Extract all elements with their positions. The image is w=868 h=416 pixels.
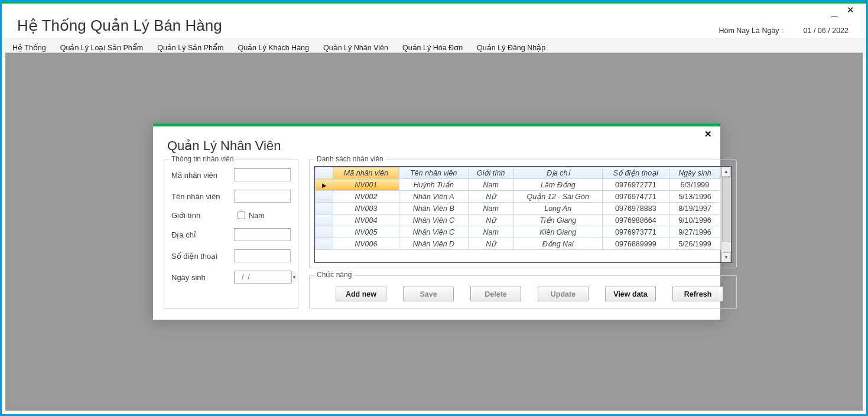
label-ngay-sinh: Ngày sinh <box>171 273 234 282</box>
input-dia-chi[interactable] <box>234 228 291 241</box>
table-row[interactable]: ▶NV001Huỳnh TuấnNamLâm Đồng09769727716/3… <box>316 179 721 191</box>
groupbox-func-title: Chức năng <box>314 271 354 279</box>
save-button[interactable]: Save <box>403 287 454 301</box>
datepicker-ngay-sinh-field[interactable] <box>235 271 291 284</box>
label-dia-chi: Địa chỉ <box>171 230 234 239</box>
grid-scrollbar[interactable]: ▲ ▼ <box>721 167 731 262</box>
refresh-button[interactable]: Refresh <box>672 287 723 301</box>
employee-child-window: ✕ Quản Lý Nhân Viên Thông tin nhân viên … <box>153 124 720 320</box>
col-so-dien-thoai[interactable]: Số điện thoại <box>602 167 669 179</box>
scroll-down-icon[interactable]: ▼ <box>721 252 731 262</box>
close-button[interactable]: ✕ <box>842 5 859 15</box>
main-window: _ ✕ Hệ Thống Quản Lý Bán Hàng Hôm Nay Là… <box>0 0 868 416</box>
checkbox-gioi-tinh-label: Nam <box>249 212 264 220</box>
checkbox-gioi-tinh[interactable] <box>238 212 245 219</box>
table-row[interactable]: ▶NV004Nhân Viên CNữTiền Giang09769886649… <box>316 214 721 226</box>
add-new-button[interactable]: Add new <box>336 287 386 301</box>
table-row[interactable]: ▶NV006Nhân Viên DNữĐồng Nai09768899995/2… <box>316 238 721 250</box>
table-row[interactable]: ▶NV003Nhân Viên BNamLong An09769788838/1… <box>316 203 721 214</box>
mdi-client-area: ✕ Quản Lý Nhân Viên Thông tin nhân viên … <box>5 53 863 411</box>
table-row[interactable]: ▶NV005Nhân Viên CNamKiên Giang0976973771… <box>316 226 721 238</box>
groupbox-info: Thông tin nhân viên Mã nhân viên Tên nhâ… <box>164 160 298 309</box>
groupbox-list-title: Danh sách nhân viên <box>314 155 386 163</box>
today-label: Hôm Nay Là Ngày : <box>719 27 783 35</box>
col-ma-nhan-vien[interactable]: Mã nhân viên <box>333 167 399 179</box>
delete-button[interactable]: Delete <box>470 287 521 301</box>
groupbox-list: Danh sách nhân viên Mã nhân viên Tên nhâ… <box>309 160 737 268</box>
input-ten-nhan-vien[interactable] <box>234 190 291 203</box>
header-area: Hệ Thống Quản Lý Bán Hàng Hôm Nay Là Ngà… <box>2 17 866 38</box>
input-so-dien-thoai[interactable] <box>234 249 291 262</box>
today-value: 01 / 06 / 2022 <box>804 27 849 35</box>
input-ma-nhan-vien[interactable] <box>234 168 291 181</box>
label-gioi-tinh: Giới tính <box>171 211 238 220</box>
menu-khach-hang[interactable]: Quản Lý Khách Hàng <box>230 41 316 54</box>
child-window-title: Quản Lý Nhân Viên <box>153 138 720 160</box>
child-close-button[interactable]: ✕ <box>702 129 714 139</box>
col-gioi-tinh[interactable]: Giới tính <box>468 167 513 179</box>
col-ngay-sinh[interactable]: Ngày sinh <box>669 167 720 179</box>
app-title: Hệ Thống Quản Lý Bán Hàng <box>17 17 719 35</box>
menu-dang-nhap[interactable]: Quản Lý Đăng Nhập <box>470 41 552 54</box>
menu-nhan-vien[interactable]: Quản Lý Nhân Viên <box>316 41 395 54</box>
menu-san-pham[interactable]: Quản Lý Sản Phẩm <box>150 41 230 54</box>
datepicker-ngay-sinh[interactable]: ▼ <box>234 271 291 284</box>
menu-he-thong[interactable]: Hệ Thống <box>5 41 53 54</box>
groupbox-info-title: Thông tin nhân viên <box>169 155 236 163</box>
employee-grid[interactable]: Mã nhân viên Tên nhân viên Giới tính Địa… <box>314 166 732 263</box>
scroll-thumb[interactable] <box>722 177 730 242</box>
col-ten-nhan-vien[interactable]: Tên nhân viên <box>399 167 468 179</box>
grid-corner[interactable] <box>316 167 333 179</box>
menu-loai-san-pham[interactable]: Quản Lý Loại Sản Phẩm <box>53 41 150 54</box>
label-ten-nhan-vien: Tên nhân viên <box>171 192 234 201</box>
window-title-row: _ ✕ <box>2 4 866 17</box>
minimize-button[interactable]: _ <box>827 9 842 15</box>
groupbox-func: Chức năng Add new Save Delete Update Vie… <box>309 275 737 309</box>
scroll-up-icon[interactable]: ▲ <box>721 167 731 177</box>
update-button[interactable]: Update <box>538 287 589 301</box>
label-ma-nhan-vien: Mã nhân viên <box>171 171 234 180</box>
col-dia-chi[interactable]: Địa chỉ <box>513 167 602 179</box>
menu-hoa-don[interactable]: Quản Lý Hóa Đơn <box>395 41 470 54</box>
view-data-button[interactable]: View data <box>605 287 656 301</box>
table-row[interactable]: ▶NV002Nhân Viên ANữQuận 12 - Sài Gòn0976… <box>316 191 721 203</box>
chevron-down-icon[interactable]: ▼ <box>291 271 297 283</box>
label-so-dien-thoai: Số điện thoại <box>171 252 234 261</box>
